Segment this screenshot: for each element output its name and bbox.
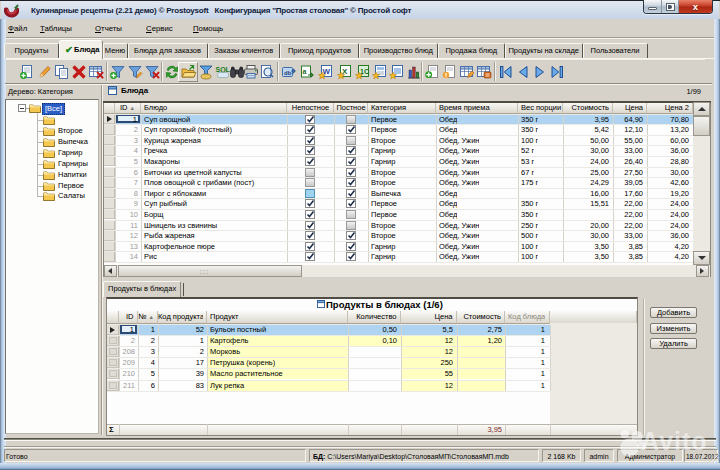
svg-text:a: a [303, 68, 307, 75]
svg-text:db: db [284, 70, 292, 76]
svg-text:Avito: Avito [641, 427, 708, 455]
svg-text:1C: 1C [360, 68, 369, 75]
